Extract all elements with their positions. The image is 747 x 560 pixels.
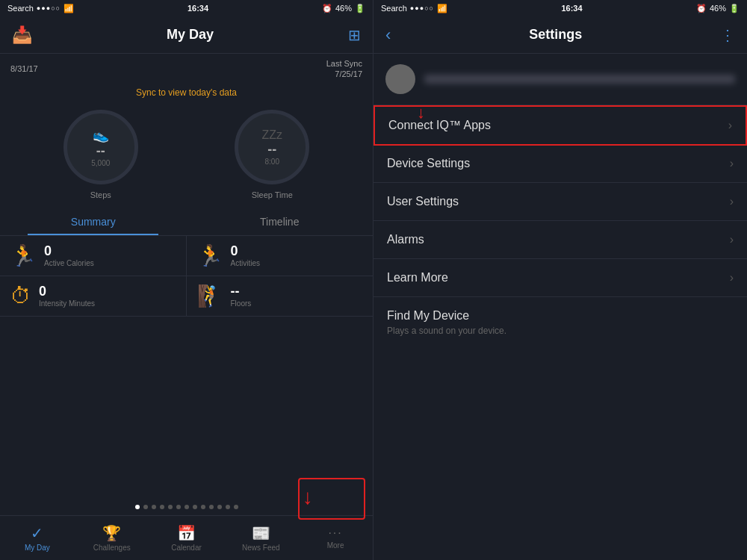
- more-menu-icon[interactable]: ⋮: [720, 26, 735, 44]
- dot-6: [176, 505, 181, 509]
- date-bar: 8/31/17 Last Sync 7/25/17: [0, 54, 373, 84]
- stat-active-calories[interactable]: 🏃 0 Active Calories: [0, 236, 187, 276]
- sleep-target: 8:00: [265, 158, 279, 166]
- user-settings-label: User Settings: [387, 195, 459, 208]
- dot-1: [135, 505, 140, 509]
- my-day-label: My Day: [25, 544, 50, 552]
- left-wifi-icon: 📶: [63, 4, 74, 13]
- tab-summary[interactable]: Summary: [0, 208, 187, 235]
- alarms-label: Alarms: [387, 233, 424, 246]
- settings-item-connect-iq[interactable]: Connect IQ™ Apps ›: [374, 105, 747, 146]
- dot-12: [226, 505, 230, 509]
- left-alarm-icon: ⏰: [322, 4, 332, 13]
- right-battery-icon: 🔋: [729, 4, 740, 13]
- right-signal-dots: ●●●○○: [410, 4, 434, 12]
- circles-row: 👟 -- 5,000 Steps ZZz -- 8:00 Sleep Time: [0, 101, 373, 204]
- left-header: 📥 My Day ⊞: [0, 16, 373, 54]
- left-phone-panel: Search ●●●○○ 📶 16:34 ⏰ 46% 🔋 📥 My Day ⊞ …: [0, 0, 374, 560]
- steps-target: 5,000: [91, 159, 110, 167]
- device-name-text: [424, 75, 735, 84]
- device-settings-chevron: ›: [730, 157, 734, 170]
- right-wifi-icon: 📶: [437, 4, 447, 13]
- page-dots: [0, 317, 373, 515]
- learn-more-chevron: ›: [730, 271, 734, 284]
- dot-3: [152, 505, 156, 509]
- right-status-time: 16:34: [561, 4, 582, 13]
- settings-item-device[interactable]: Device Settings ›: [374, 145, 747, 183]
- inbox-icon[interactable]: 📥: [12, 25, 32, 45]
- settings-item-learn-more[interactable]: Learn More ›: [374, 259, 747, 297]
- steps-value: --: [96, 143, 105, 159]
- sleep-value: --: [267, 142, 276, 158]
- more-label: More: [327, 541, 344, 550]
- connect-iq-label: Connect IQ™ Apps: [388, 119, 491, 132]
- right-status-search: Search: [381, 4, 407, 13]
- summary-tabs: Summary Timeline: [0, 208, 373, 236]
- steps-label: Steps: [90, 190, 111, 199]
- left-battery-icon: 🔋: [355, 4, 365, 13]
- back-button[interactable]: ‹: [385, 25, 391, 45]
- nav-challenges[interactable]: 🏆 Challenges: [75, 524, 149, 552]
- sleep-icon: ZZz: [261, 128, 282, 142]
- active-calories-label: Active Calories: [44, 259, 94, 267]
- dot-4: [160, 505, 164, 509]
- nav-my-day[interactable]: ✓ My Day: [0, 524, 75, 552]
- stat-activities[interactable]: 🏃 0 Activities: [187, 236, 374, 276]
- last-sync-date: 7/25/17: [326, 69, 362, 79]
- activities-icon: 🏃: [197, 243, 223, 268]
- learn-more-label: Learn More: [387, 271, 448, 284]
- nav-calendar[interactable]: 📅 Calendar: [149, 524, 224, 552]
- left-status-time: 16:34: [187, 4, 208, 13]
- dot-13: [234, 505, 238, 509]
- find-my-device-section[interactable]: Find My Device Plays a sound on your dev…: [374, 297, 747, 348]
- device-settings-label: Device Settings: [387, 157, 470, 170]
- intensity-icon: ⏱: [10, 284, 31, 308]
- intensity-value: 0: [39, 284, 95, 299]
- nav-more[interactable]: ··· More: [298, 526, 373, 550]
- sleep-widget: ZZz -- 8:00 Sleep Time: [235, 110, 309, 199]
- more-icon: ···: [328, 526, 342, 540]
- left-header-title: My Day: [167, 27, 214, 43]
- dot-11: [217, 505, 222, 509]
- bottom-nav: ✓ My Day 🏆 Challenges 📅 Calendar 📰 News …: [0, 515, 373, 560]
- steps-ring: 👟 -- 5,000: [63, 110, 138, 184]
- challenges-label: Challenges: [93, 544, 131, 552]
- device-name-row: ↓: [374, 54, 747, 105]
- challenges-icon: 🏆: [102, 524, 121, 542]
- floors-value: --: [231, 284, 252, 299]
- news-feed-label: News Feed: [242, 544, 280, 552]
- dot-7: [185, 505, 189, 509]
- arrow-to-connect-iq: ↓: [417, 103, 425, 122]
- steps-widget: 👟 -- 5,000 Steps: [63, 110, 138, 199]
- steps-icon: 👟: [93, 127, 109, 143]
- active-calories-value: 0: [44, 243, 94, 259]
- arrow-annotation-more: ↓: [303, 485, 313, 509]
- left-battery: 46%: [335, 4, 352, 13]
- stat-intensity[interactable]: ⏱ 0 Intensity Minutes: [0, 276, 187, 317]
- active-calories-icon: 🏃: [10, 243, 37, 268]
- floors-label: Floors: [231, 299, 252, 308]
- settings-item-user[interactable]: User Settings ›: [374, 183, 747, 221]
- last-sync-container: Last Sync 7/25/17: [326, 58, 362, 80]
- stat-floors[interactable]: 🧗 -- Floors: [187, 276, 374, 317]
- left-signal-dots: ●●●○○: [37, 4, 61, 12]
- right-status-bar: Search ●●●○○ 📶 16:34 ⏰ 46% 🔋: [374, 0, 747, 16]
- settings-item-alarms[interactable]: Alarms ›: [374, 221, 747, 259]
- calendar-label: Calendar: [171, 544, 202, 552]
- grid-icon[interactable]: ⊞: [348, 26, 361, 44]
- dot-8: [193, 505, 197, 509]
- current-date: 8/31/17: [10, 64, 38, 73]
- sleep-label: Sleep Time: [252, 190, 293, 199]
- stats-grid: 🏃 0 Active Calories 🏃 0 Activities ⏱ 0 I…: [0, 236, 373, 317]
- user-settings-chevron: ›: [730, 195, 734, 208]
- right-header-title: Settings: [400, 27, 711, 43]
- connect-iq-chevron: ›: [728, 119, 732, 132]
- alarms-chevron: ›: [730, 233, 734, 246]
- nav-news-feed[interactable]: 📰 News Feed: [223, 524, 298, 552]
- sleep-ring: ZZz -- 8:00: [235, 110, 309, 184]
- device-avatar: [385, 64, 415, 94]
- dot-10: [209, 505, 214, 509]
- calendar-icon: 📅: [177, 524, 196, 542]
- tab-timeline[interactable]: Timeline: [187, 208, 374, 235]
- dot-5: [168, 505, 173, 509]
